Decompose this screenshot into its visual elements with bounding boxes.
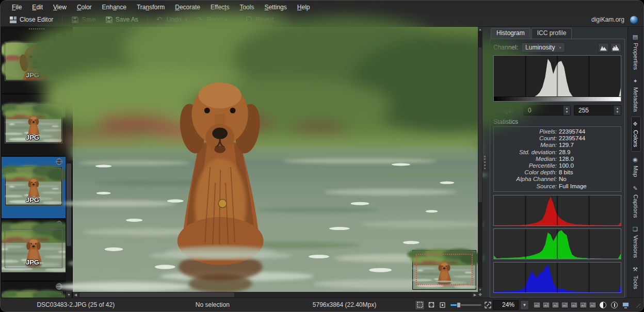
pan-visible-region-rect[interactable] — [416, 254, 473, 285]
preview-preset-button-2[interactable] — [542, 301, 550, 308]
stat-label: Mean: — [498, 142, 559, 149]
range-max-spinbox[interactable]: 255 ▲▼ — [574, 105, 621, 116]
preview-preset-button-5[interactable] — [570, 301, 578, 308]
sidebar-tab-properties[interactable]: ▤Properties — [632, 30, 640, 73]
tab-histogram[interactable]: Histogram — [491, 28, 530, 39]
sidebar-tab-colors[interactable]: ❖Colors — [631, 117, 641, 151]
pan-corner-button[interactable]: ✥ — [478, 292, 482, 298]
stat-value: Full Image — [559, 183, 587, 190]
monitor-icon — [622, 302, 630, 308]
format-badge: JPG — [26, 258, 39, 266]
canvas-vertical-scrollbar[interactable]: ▲ ▼ — [478, 27, 482, 292]
sidebar-tab-map[interactable]: ◉Map — [632, 153, 640, 180]
zoom-to-selection-button[interactable] — [415, 300, 425, 310]
menu-file[interactable]: File — [8, 3, 26, 13]
scroll-down-arrow-icon[interactable]: ▼ — [66, 292, 72, 298]
stat-row: Alpha Channel:No — [498, 176, 617, 183]
statistics-box: Pixels:22395744Count:22395744Mean:129.7S… — [493, 126, 621, 192]
thumbnail-image[interactable]: JPG — [5, 229, 62, 268]
close-editor-label: Close Editor — [20, 16, 53, 23]
spinbox-arrows-icon[interactable]: ▲▼ — [614, 106, 621, 115]
zoom-expand-icon[interactable] — [485, 302, 491, 308]
preview-preset-button-6[interactable] — [579, 301, 587, 308]
stat-row: Percentile:100.0 — [498, 162, 617, 169]
properties-icon: ▤ — [633, 34, 639, 40]
sidebar-tab-versions[interactable]: ❏Versions — [632, 222, 640, 261]
range-max-value: 255 — [574, 107, 614, 114]
sidebar-tab-captions[interactable]: ✎Captions — [632, 182, 640, 221]
thumbnail-item-4[interactable]: JPG — [2, 219, 66, 282]
sidebar-tab-label: Map — [633, 166, 639, 177]
tab-icc-profile[interactable]: ICC profile — [532, 28, 572, 39]
scroll-left-arrow-icon[interactable]: ◀ — [73, 292, 78, 298]
preview-preset-buttons — [533, 301, 597, 308]
close-editor-button[interactable]: Close Editor — [6, 15, 57, 25]
digikam-brand-label: digiKam.org — [591, 16, 624, 23]
window-resize-grip[interactable] — [634, 302, 640, 308]
captions-icon: ✎ — [633, 185, 639, 192]
channel-combobox[interactable]: Luminosity ▾ — [521, 42, 565, 53]
fit-to-selection-button[interactable] — [438, 300, 447, 310]
close-editor-icon — [9, 16, 17, 24]
histogram-gradient-strip — [494, 96, 621, 101]
versions-icon: ❏ — [633, 226, 639, 233]
vertical-scrollbar-handle[interactable] — [478, 47, 482, 202]
scroll-down-arrow-icon[interactable]: ▼ — [478, 287, 482, 292]
preview-preset-button-7[interactable] — [589, 301, 597, 308]
logarithmic-scale-button[interactable] — [610, 43, 621, 53]
over-exposure-indicator-button[interactable] — [609, 300, 619, 310]
geolocation-globe-icon — [56, 158, 62, 165]
sidebar-tab-label: Metadata — [633, 87, 639, 112]
thumbnail-item-3-selected[interactable]: JPG — [2, 157, 66, 219]
menu-color[interactable]: Color — [73, 3, 96, 13]
menu-decorate[interactable]: Decorate — [171, 3, 204, 13]
editor-canvas[interactable]: ▲ ▼ ◀ ▶ ✥ — [73, 27, 482, 298]
preview-preset-button-4[interactable] — [561, 301, 569, 308]
colors-icon: ❖ — [633, 121, 639, 127]
menu-edit[interactable]: Edit — [28, 3, 47, 13]
sidebar-tab-metadata[interactable]: ✦Metadata — [632, 74, 640, 116]
map-icon: ◉ — [633, 156, 639, 163]
format-badge: JPG — [26, 196, 39, 204]
zoom-preset-dropdown-button[interactable]: ▼ — [520, 300, 529, 310]
zoom-slider[interactable] — [450, 301, 481, 308]
under-exposure-indicator-button[interactable] — [598, 300, 608, 310]
canvas-horizontal-scrollbar[interactable]: ◀ ▶ — [73, 292, 478, 298]
menu-tools[interactable]: Tools — [235, 3, 258, 13]
menu-enhance[interactable]: Enhance — [98, 3, 131, 13]
photo-icon — [571, 303, 577, 307]
zoom-percentage-field[interactable]: 24% — [493, 300, 519, 310]
menu-transform[interactable]: Transform — [133, 3, 169, 13]
linear-histogram-icon — [600, 45, 607, 51]
scroll-up-arrow-icon[interactable]: ▲ — [478, 27, 482, 31]
thumbnail-image[interactable]: JPG — [5, 167, 62, 205]
horizontal-scrollbar-handle[interactable] — [79, 292, 234, 297]
digikam-image-editor-window: FileEditViewColorEnhanceTransformDecorat… — [0, 0, 644, 312]
color-managed-view-button[interactable] — [621, 300, 631, 310]
fit-to-window-button[interactable] — [426, 300, 436, 310]
stat-label: Count: — [498, 135, 559, 142]
digikam-logo-icon — [630, 15, 638, 24]
thumbnail-image[interactable]: JPG — [5, 292, 62, 298]
menu-help[interactable]: Help — [293, 3, 314, 13]
sidebar-tab-tools[interactable]: ⚒Tools — [632, 262, 640, 293]
stat-row: Median:128.0 — [498, 156, 617, 162]
scroll-right-arrow-icon[interactable]: ▶ — [472, 292, 478, 298]
stat-label: Color depth: — [498, 169, 559, 176]
preview-preset-button-3[interactable] — [552, 301, 559, 308]
spinbox-arrows-icon[interactable]: ▲▼ — [564, 106, 570, 115]
sidebar-tab-label: Properties — [633, 43, 639, 70]
statusbar-selection-info: No selection — [151, 301, 274, 308]
zoom-slider-handle[interactable] — [457, 302, 461, 308]
luminosity-histogram[interactable] — [493, 55, 621, 102]
stat-row: Source:Full Image — [498, 183, 617, 190]
preview-preset-button-1[interactable] — [533, 301, 541, 308]
thumbnail-item-5[interactable]: JPG — [2, 282, 66, 298]
linear-scale-button[interactable] — [598, 43, 609, 53]
exposure-circle-icon — [611, 302, 618, 308]
menu-settings[interactable]: Settings — [260, 3, 291, 13]
menu-view[interactable]: View — [49, 3, 71, 13]
stat-row: Pixels:22395744 — [498, 128, 617, 135]
sidebar-tab-label: Colors — [633, 130, 639, 147]
pan-overview-widget[interactable] — [413, 251, 476, 289]
